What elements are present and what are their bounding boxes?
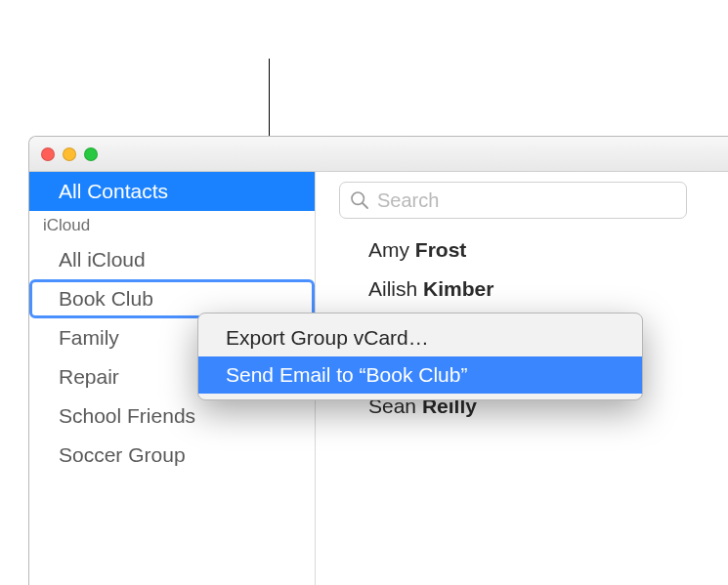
sidebar-item-label: Book Club (59, 287, 153, 311)
svg-line-1 (363, 203, 367, 208)
contact-row[interactable]: Ailish Kimber (368, 270, 708, 309)
sidebar-item-label: Family (59, 326, 119, 350)
contact-row[interactable]: Amy Frost (368, 230, 708, 270)
contact-first: Amy (368, 238, 409, 261)
sidebar-item-label: Soccer Group (59, 443, 186, 467)
contact-last: Frost (415, 238, 467, 261)
menu-item-label: Send Email to “Book Club” (226, 363, 467, 387)
menu-item-send-email[interactable]: Send Email to “Book Club” (198, 356, 642, 394)
search-wrap: Search (316, 182, 728, 230)
contact-first: Ailish (368, 277, 417, 300)
search-placeholder: Search (377, 189, 439, 212)
sidebar-item-soccer-group[interactable]: Soccer Group (29, 436, 315, 475)
sidebar-item-all-icloud[interactable]: All iCloud (29, 240, 315, 279)
sidebar-item-label: Repair (59, 365, 119, 389)
menu-item-export-vcard[interactable]: Export Group vCard… (198, 319, 642, 356)
context-menu: Export Group vCard… Send Email to “Book … (197, 313, 643, 400)
sidebar-item-label: School Friends (59, 404, 195, 428)
titlebar (29, 137, 728, 172)
sidebar-item-label: All Contacts (59, 180, 168, 203)
sidebar-item-school-friends[interactable]: School Friends (29, 397, 315, 436)
window-minimize-button[interactable] (63, 147, 76, 161)
window-zoom-button[interactable] (84, 147, 98, 161)
search-icon (350, 190, 369, 210)
sidebar-section-label: iCloud (43, 216, 90, 235)
sidebar-section-header: iCloud (29, 211, 315, 240)
menu-item-label: Export Group vCard… (226, 326, 429, 350)
contact-last: Kimber (423, 277, 493, 300)
search-field[interactable]: Search (339, 182, 687, 219)
sidebar-item-all-contacts[interactable]: All Contacts (29, 172, 315, 211)
window-close-button[interactable] (41, 147, 55, 161)
sidebar-item-label: All iCloud (59, 248, 146, 272)
